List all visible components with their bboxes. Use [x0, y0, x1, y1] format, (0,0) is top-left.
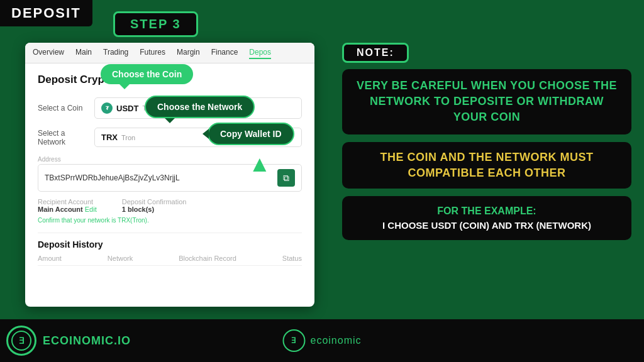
nav-overview[interactable]: Overview: [33, 47, 64, 59]
nav-futures[interactable]: Futures: [140, 47, 165, 59]
history-col-blockchain: Blockchain Record: [179, 255, 236, 262]
browser-nav: Overview Main Trading Futures Margin Fin…: [25, 43, 314, 63]
center-logo: Ǝ ecoinomic: [282, 329, 361, 352]
confirm-note: Confirm that your network is TRX(Tron).: [38, 217, 302, 224]
example-text: I CHOOSE USDT (COIN) AND TRX (NETWORK): [353, 219, 620, 233]
brand-name: ECOINOMIC.IO: [43, 334, 131, 348]
network-name: Tron: [121, 134, 135, 141]
history-col-amount: Amount: [38, 255, 62, 262]
example-title: FOR THE EXAMPLE:: [353, 204, 620, 219]
recipient-edit[interactable]: Edit: [85, 206, 97, 213]
compat-box: THE COIN AND THE NETWORK MUST COMPATIBLE…: [342, 142, 631, 189]
center-logo-icon: Ǝ: [282, 329, 305, 352]
address-value: TBxtSPrrWDRbJehueAjBsZjvZyLv3NrjjL: [45, 173, 180, 182]
network-symbol: TRX: [101, 133, 118, 142]
logo-e-letter: Ǝ: [19, 336, 25, 346]
history-section: Deposit History Amount Network Blockchai…: [38, 233, 302, 266]
recipient-label: Recipient Account: [38, 198, 97, 206]
recipient-value: Main Account: [38, 206, 83, 213]
history-title: Deposit History: [38, 239, 302, 250]
example-box: FOR THE EXAMPLE: I CHOOSE USDT (COIN) AN…: [342, 196, 631, 241]
network-label: Select a Network: [38, 129, 94, 146]
tooltip-network: Choose the Network: [145, 96, 255, 118]
history-col-status: Status: [282, 255, 302, 262]
deposit-confirmation-col: Deposit Confirmation 1 block(s): [122, 198, 187, 213]
right-panel: NOTE: VERY BE CAREFUL WHEN YOU CHOOSE TH…: [342, 43, 631, 240]
deposit-confirmation-value: 1 block(s): [122, 206, 154, 213]
deposit-badge: DEPOSIT: [0, 0, 92, 26]
note-badge: NOTE:: [342, 43, 409, 63]
tooltip-copy: Copy Wallet ID: [208, 123, 294, 145]
deposit-confirmation-label: Deposit Confirmation: [122, 198, 187, 206]
logo-inner: Ǝ: [11, 331, 31, 351]
nav-finance[interactable]: Finance: [211, 47, 238, 59]
coin-label: Select a Coin: [38, 104, 94, 112]
nav-trading[interactable]: Trading: [103, 47, 128, 59]
usdt-icon: ₮: [101, 102, 113, 114]
arrow-up-icon: ▲: [248, 151, 271, 177]
center-logo-e: Ǝ: [291, 336, 296, 345]
logo-icon: Ǝ: [6, 326, 36, 356]
coin-symbol: USDT: [116, 104, 138, 113]
history-header: Amount Network Blockchain Record Status: [38, 255, 302, 266]
copy-address-button[interactable]: ⧉: [277, 169, 295, 187]
bottom-bar: Ǝ ECOINOMIC.IO Ǝ ecoinomic: [0, 319, 644, 362]
center-brand-name: ecoinomic: [310, 335, 361, 346]
meta-row: Recipient Account Main Account Edit Depo…: [38, 198, 302, 213]
nav-margin[interactable]: Margin: [177, 47, 200, 59]
nav-deposit[interactable]: Depos: [249, 47, 271, 59]
step-badge: STEP 3: [113, 11, 198, 37]
tooltip-coin: Choose the Coin: [101, 64, 193, 84]
history-col-network: Network: [108, 255, 133, 262]
logo-left: Ǝ ECOINOMIC.IO: [6, 326, 131, 356]
warning-box: VERY BE CAREFUL WHEN YOU CHOOSE THE NETW…: [342, 69, 631, 134]
nav-main[interactable]: Main: [75, 47, 92, 59]
recipient-col: Recipient Account Main Account Edit: [38, 198, 97, 213]
